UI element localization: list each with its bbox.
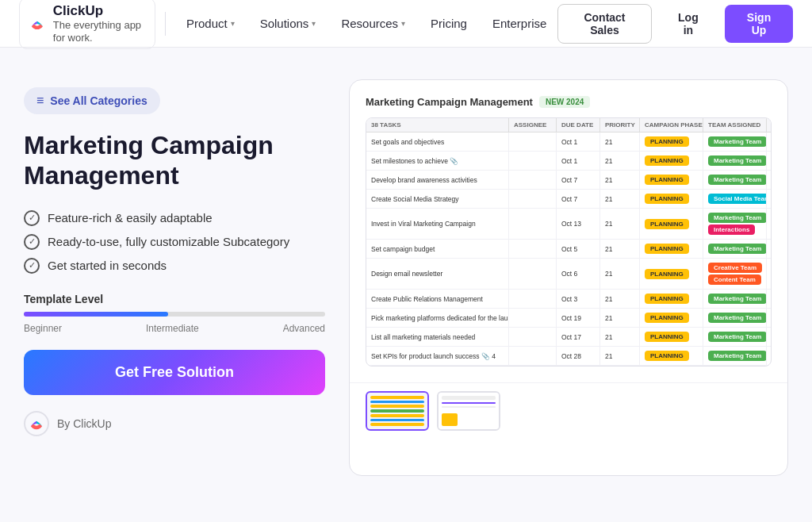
col-phase: CAMPAIGN PHASE — [640, 118, 703, 132]
login-button[interactable]: Log in — [660, 5, 717, 43]
logo-name: ClickUp — [53, 3, 145, 19]
clickup-logo-icon — [29, 13, 45, 35]
nav-links: Product ▾ Solutions ▾ Resources ▾ Pricin… — [175, 10, 557, 36]
clickup-mini-logo — [24, 411, 49, 436]
logo-tagline: The everything app for work. — [53, 19, 145, 44]
chevron-down-icon: ▾ — [312, 19, 316, 28]
check-icon-1: ✓ — [24, 210, 40, 226]
logo[interactable]: ClickUp The everything app for work. — [19, 0, 155, 49]
table-row: Set campaign budget Oct 5 21 PLANNING Ma… — [366, 240, 771, 259]
feature-item-1: ✓ Feature-rich & easily adaptable — [24, 210, 325, 226]
table-row: Invest in Viral Marketing Campaign Oct 1… — [366, 209, 771, 240]
left-panel: ≡ See All Categories Marketing Campaign … — [24, 79, 325, 436]
table-row: Pick marketing platforms dedicated for t… — [366, 309, 771, 328]
table-row: List all marketing materials needed Oct … — [366, 328, 771, 347]
nav-item-solutions[interactable]: Solutions ▾ — [249, 10, 327, 36]
template-level-label: Template Level — [24, 293, 325, 305]
level-bar-fill — [24, 312, 168, 317]
see-all-categories-button[interactable]: ≡ See All Categories — [24, 87, 160, 114]
navbar: ClickUp The everything app for work. Pro… — [0, 0, 812, 48]
table-row: Set milestones to achieve 📎 Oct 1 21 PLA… — [366, 152, 771, 171]
col-channel: MARKETING CHANNEL — [767, 118, 772, 132]
thumbnail-2[interactable] — [437, 391, 500, 431]
nav-item-pricing[interactable]: Pricing — [419, 10, 478, 36]
by-clickup: By ClickUp — [24, 411, 325, 436]
table-row: Set KPIs for product launch success 📎 4 … — [366, 347, 771, 366]
contact-sales-button[interactable]: Contact Sales — [557, 4, 651, 44]
check-icon-3: ✓ — [24, 258, 40, 274]
preview-badge: NEW 2024 — [539, 96, 590, 108]
table-row: Set goals and objectives Oct 1 21 PLANNI… — [366, 132, 771, 152]
table-row: Design email newsletter Oct 6 21 PLANNIN… — [366, 259, 771, 290]
page-title: Marketing Campaign Management — [24, 130, 325, 191]
thumbnail-1[interactable] — [366, 391, 429, 431]
table-row: Create Public Relations Management Oct 3… — [366, 290, 771, 309]
spreadsheet: 38 TASKS ASSIGNEE DUE DATE PRIORITY CAMP… — [366, 117, 772, 367]
col-team: TEAM ASSIGNED — [703, 118, 767, 132]
main-content: ≡ See All Categories Marketing Campaign … — [0, 48, 812, 492]
nav-divider — [165, 12, 166, 36]
template-level-section: Template Level Beginner Intermediate Adv… — [24, 293, 325, 334]
col-tasks: 38 TASKS — [366, 118, 509, 132]
chevron-down-icon: ▾ — [231, 19, 235, 28]
nav-left: ClickUp The everything app for work. Pro… — [19, 0, 557, 49]
sheet-header: 38 TASKS ASSIGNEE DUE DATE PRIORITY CAMP… — [366, 118, 771, 132]
feature-item-2: ✓ Ready-to-use, fully customizable Subca… — [24, 234, 325, 250]
feature-item-3: ✓ Get started in seconds — [24, 258, 325, 274]
nav-item-product[interactable]: Product ▾ — [175, 10, 246, 36]
table-row: Create Social Media Strategy Oct 7 21 PL… — [366, 190, 771, 209]
preview-inner: Marketing Campaign Management NEW 2024 3… — [350, 80, 787, 382]
col-duedate: DUE DATE — [557, 118, 600, 132]
col-priority: PRIORITY — [600, 118, 640, 132]
level-labels: Beginner Intermediate Advanced — [24, 323, 325, 334]
level-bar — [24, 312, 325, 317]
nav-item-resources[interactable]: Resources ▾ — [330, 10, 416, 36]
logo-text-group: ClickUp The everything app for work. — [53, 3, 145, 44]
thumbnails-strip — [350, 382, 787, 439]
signup-button[interactable]: Sign Up — [725, 5, 793, 43]
table-row: Develop brand awareness activities Oct 7… — [366, 171, 771, 190]
nav-right: Contact Sales Log in Sign Up — [557, 4, 793, 44]
col-assignee: ASSIGNEE — [509, 118, 557, 132]
grid-icon: ≡ — [36, 94, 44, 108]
features-list: ✓ Feature-rich & easily adaptable ✓ Read… — [24, 210, 325, 274]
check-icon-2: ✓ — [24, 234, 40, 250]
get-free-solution-button[interactable]: Get Free Solution — [24, 350, 325, 395]
right-panel: Marketing Campaign Management NEW 2024 3… — [349, 79, 788, 476]
chevron-down-icon: ▾ — [401, 19, 405, 28]
preview-title-bar: Marketing Campaign Management NEW 2024 — [366, 96, 772, 108]
nav-item-enterprise[interactable]: Enterprise — [481, 10, 557, 36]
